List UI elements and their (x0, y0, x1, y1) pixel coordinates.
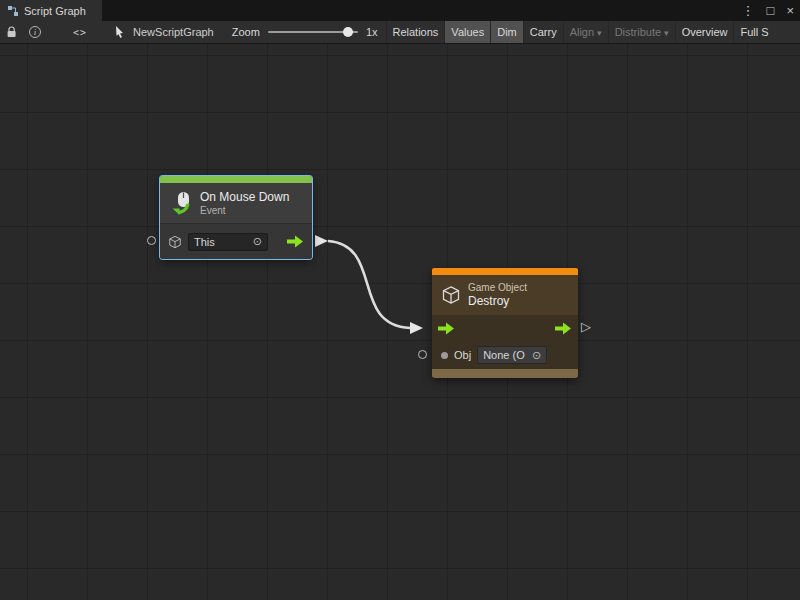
zoom-control: Zoom 1x (232, 21, 378, 43)
lock-icon (6, 26, 17, 38)
node-supertitle: Game Object (468, 282, 527, 293)
button-label: Carry (530, 26, 557, 38)
destroy-obj-input-port[interactable] (418, 350, 427, 359)
flow-arrow-icon (555, 322, 572, 335)
wire-path[interactable] (328, 241, 410, 328)
close-icon[interactable]: × (780, 0, 800, 21)
menu-icon[interactable]: ⋮ (736, 0, 761, 21)
wire-start-arrow-icon (315, 235, 328, 247)
event-node-body: This ⊙ (160, 223, 312, 259)
zoom-slider[interactable] (268, 31, 358, 33)
relations-button[interactable]: Relations (386, 21, 445, 43)
zoom-label: Zoom (232, 26, 260, 38)
carry-button[interactable]: Carry (523, 21, 563, 43)
graph-name-label: NewScriptGraph (133, 26, 214, 38)
connection-wire[interactable] (0, 44, 800, 600)
node-title: Destroy (468, 294, 527, 308)
destroy-param-row: Obj None (O ⊙ (432, 341, 578, 369)
node-title: On Mouse Down (200, 190, 289, 204)
graph-canvas[interactable]: On Mouse Down Event This ⊙ (0, 44, 800, 600)
cube-icon (168, 235, 182, 249)
destroy-node-header[interactable]: Game Object Destroy (432, 275, 578, 315)
zoom-slider-thumb[interactable] (343, 27, 353, 37)
cursor-icon (115, 26, 127, 38)
target-object-field[interactable]: This ⊙ (188, 233, 268, 251)
chevron-down-icon: ▾ (597, 28, 602, 38)
event-node-titles: On Mouse Down Event (200, 190, 289, 216)
event-accent-strip (160, 176, 312, 183)
mouse-icon (169, 191, 193, 215)
event-node-header[interactable]: On Mouse Down Event (160, 183, 312, 223)
invoke-triangle-icon: ▷ (581, 319, 591, 334)
script-graph-icon (7, 5, 19, 17)
tab-title: Script Graph (24, 5, 86, 17)
dim-button[interactable]: Dim (490, 21, 523, 43)
cube-icon (441, 285, 461, 305)
destroy-accent-strip (432, 268, 578, 275)
node-subtitle: Event (200, 205, 289, 216)
flow-arrow-icon (438, 322, 455, 335)
lock-button[interactable] (0, 21, 23, 43)
fullscreen-button[interactable]: Full S (733, 21, 774, 43)
object-field-value: None (O (483, 349, 525, 361)
distribute-button: Distribute ▾ (608, 21, 675, 43)
graph-toolbar: i <> NewScriptGraph Zoom 1x Relations Va… (0, 21, 800, 44)
flow-arrow-icon (287, 235, 304, 248)
values-button[interactable]: Values (444, 21, 490, 43)
button-label: Align (570, 26, 594, 38)
info-button[interactable]: i (23, 21, 47, 43)
destroy-node-titles: Game Object Destroy (468, 282, 527, 308)
graph-name-breadcrumb: NewScriptGraph (115, 21, 214, 43)
button-label: Overview (682, 26, 728, 38)
event-target-input-port[interactable] (147, 236, 156, 245)
destroy-node-footer (432, 369, 578, 378)
button-label: Distribute (615, 26, 661, 38)
code-icon: <> (73, 27, 87, 38)
button-label: Relations (393, 26, 439, 38)
overview-button[interactable]: Overview (675, 21, 734, 43)
toolbar-buttons: Relations Values Dim Carry Align ▾ Distr… (386, 21, 775, 43)
destroy-flow-row (432, 315, 578, 341)
window-titlebar: Script Graph ⋮ □ × (0, 0, 800, 21)
object-picker-icon[interactable]: ⊙ (532, 350, 541, 361)
align-button: Align ▾ (563, 21, 608, 43)
button-label: Values (451, 26, 484, 38)
target-field-value: This (194, 236, 215, 248)
info-icon: i (29, 26, 41, 38)
flow-output-port[interactable] (287, 235, 304, 248)
wire-end-arrow-icon (410, 322, 423, 334)
value-port-dot[interactable] (441, 352, 448, 359)
tab-script-graph[interactable]: Script Graph (0, 0, 102, 21)
button-label: Full S (740, 26, 768, 38)
object-picker-icon[interactable]: ⊙ (253, 236, 262, 247)
button-label: Dim (497, 26, 517, 38)
flow-output-port[interactable] (555, 322, 572, 335)
edit-source-button[interactable]: <> (67, 21, 93, 43)
object-field[interactable]: None (O ⊙ (477, 346, 547, 364)
chevron-down-icon: ▾ (664, 28, 669, 38)
zoom-value: 1x (366, 26, 378, 38)
maximize-icon[interactable]: □ (761, 0, 781, 21)
flow-input-port[interactable] (438, 322, 455, 335)
destroy-node[interactable]: Game Object Destroy Obj None (O ⊙ (432, 268, 578, 378)
window-controls: ⋮ □ × (736, 0, 800, 21)
param-label: Obj (454, 349, 471, 361)
on-mouse-down-node[interactable]: On Mouse Down Event This ⊙ (160, 176, 312, 259)
